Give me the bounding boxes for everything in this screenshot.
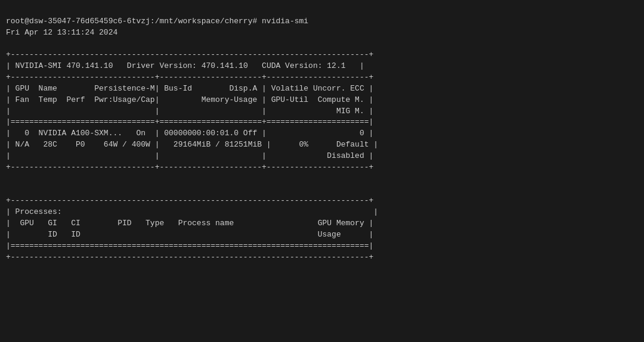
gpu-bottom-border: +-------------------------------+-------…	[6, 163, 373, 172]
gpu-row1: | 0 NVIDIA A100-SXM... On | 00000000:00:…	[6, 129, 373, 138]
proc-cols2: | ID ID Usage |	[6, 230, 373, 239]
command-line: root@dsw-35047-76d65459c6-6tvzj:/mnt/wor…	[6, 17, 308, 26]
proc-cols1: | GPU GI CI PID Type Process name GPU Me…	[6, 219, 373, 228]
proc-bottom-border: +---------------------------------------…	[6, 253, 373, 262]
blank-line	[6, 185, 11, 194]
header-bottom-border: |===============================+=======…	[6, 117, 373, 126]
header-row2: | Fan Temp Perf Pwr:Usage/Cap| Memory-Us…	[6, 95, 373, 104]
gpu-row3: | | | Disabled |	[6, 151, 373, 160]
header-row1: | GPU Name Persistence-M| Bus-Id Disp.A …	[6, 84, 373, 93]
terminal-output: root@dsw-35047-76d65459c6-6tvzj:/mnt/wor…	[6, 5, 638, 263]
header-row3: | | | MIG M. |	[6, 107, 373, 116]
proc-header: | Processes: |	[6, 207, 378, 216]
top-border: +---------------------------------------…	[6, 50, 373, 59]
proc-double-border: |=======================================…	[6, 241, 373, 250]
div-border-1: +-------------------------------+-------…	[6, 73, 373, 82]
timestamp-line: Fri Apr 12 13:11:24 2024	[6, 28, 117, 37]
gpu-row2: | N/A 28C P0 64W / 400W | 29164MiB / 812…	[6, 140, 378, 149]
smi-version-line: | NVIDIA-SMI 470.141.10 Driver Version: …	[6, 61, 364, 70]
proc-top-border: +---------------------------------------…	[6, 196, 373, 205]
